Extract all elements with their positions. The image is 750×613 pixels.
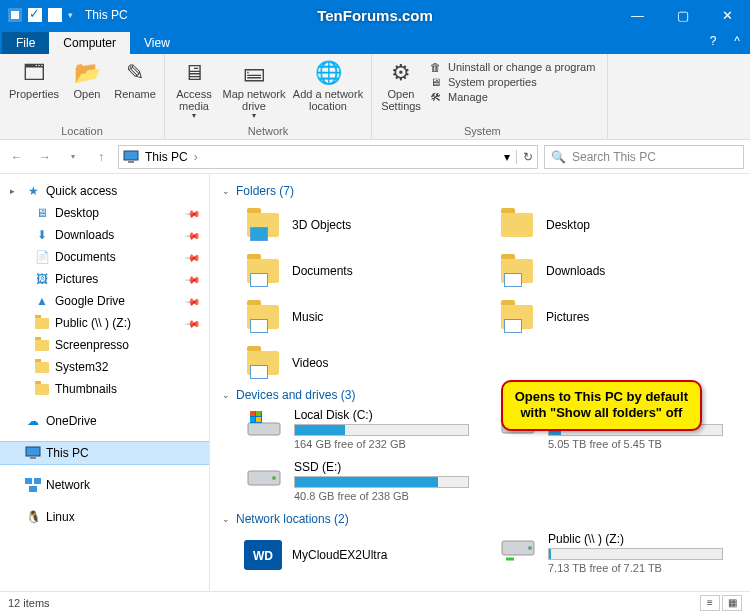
tree-item[interactable]: 🖼Pictures📌 bbox=[0, 268, 209, 290]
netloc-header[interactable]: ⌄Network locations (2) bbox=[222, 512, 742, 526]
help-button[interactable]: ^ bbox=[724, 30, 750, 52]
folder-item[interactable]: Documents bbox=[244, 250, 488, 292]
breadcrumb[interactable]: This PC bbox=[145, 150, 188, 164]
drive-item[interactable]: SSD (E:) 40.8 GB free of 238 GB bbox=[244, 460, 488, 508]
tree-item[interactable]: 📄Documents📌 bbox=[0, 246, 209, 268]
system-properties-button[interactable]: 🖥System properties bbox=[428, 75, 595, 89]
qat-checkbox[interactable]: ✓ bbox=[28, 8, 42, 22]
folder-icon bbox=[244, 299, 282, 335]
this-pc-node[interactable]: This PC bbox=[0, 442, 209, 464]
access-media-button[interactable]: 🖥Access media▾ bbox=[171, 58, 217, 123]
drive-free: 40.8 GB free of 238 GB bbox=[294, 490, 488, 502]
folder-item[interactable]: 3D Objects bbox=[244, 204, 488, 246]
view-tab[interactable]: View bbox=[130, 32, 184, 54]
folder-item[interactable]: Desktop bbox=[498, 204, 742, 246]
tree-item-label: Thumbnails bbox=[55, 382, 117, 396]
folder-icon bbox=[34, 337, 50, 353]
up-button[interactable]: ↑ bbox=[90, 146, 112, 168]
usage-bar bbox=[294, 424, 469, 436]
maximize-button[interactable]: ▢ bbox=[660, 0, 705, 30]
usage-bar bbox=[294, 476, 469, 488]
network-node[interactable]: Network bbox=[0, 474, 209, 496]
icons-view-button[interactable]: ▦ bbox=[722, 595, 742, 611]
folders-header[interactable]: ⌄Folders (7) bbox=[222, 184, 742, 198]
settings-icon: ⚙ bbox=[386, 60, 416, 86]
folder-icon: 📄 bbox=[34, 249, 50, 265]
forward-button[interactable]: → bbox=[34, 146, 56, 168]
open-button[interactable]: 📂Open bbox=[64, 58, 110, 102]
address-bar[interactable]: This PC › ▾ ↻ bbox=[118, 145, 538, 169]
folder-icon bbox=[244, 253, 282, 289]
group-label: Network bbox=[171, 123, 365, 137]
media-icon: 🖥 bbox=[179, 60, 209, 86]
network-drive-item[interactable]: Public (\\ ) (Z:) 7.13 TB free of 7.21 T… bbox=[498, 532, 742, 580]
search-placeholder: Search This PC bbox=[572, 150, 656, 164]
qat-icon[interactable] bbox=[8, 8, 22, 22]
folder-name: Desktop bbox=[546, 218, 590, 232]
file-tab[interactable]: File bbox=[2, 32, 49, 54]
group-system: ⚙Open Settings 🗑Uninstall or change a pr… bbox=[372, 54, 608, 139]
item-count: 12 items bbox=[8, 597, 50, 609]
linux-node[interactable]: 🐧Linux bbox=[0, 506, 209, 528]
tree-item[interactable]: ⬇Downloads📌 bbox=[0, 224, 209, 246]
open-settings-button[interactable]: ⚙Open Settings bbox=[378, 58, 424, 114]
svg-rect-4 bbox=[26, 447, 40, 456]
group-label: Location bbox=[6, 123, 158, 137]
svg-rect-11 bbox=[250, 411, 255, 416]
tree-item-label: Screenpresso bbox=[55, 338, 129, 352]
manage-button[interactable]: 🛠Manage bbox=[428, 90, 595, 104]
help-icon[interactable]: ? bbox=[700, 30, 726, 52]
svg-rect-12 bbox=[256, 411, 261, 416]
titlebar: ✓ ▾ This PC TenForums.com — ▢ ✕ bbox=[0, 0, 750, 30]
tree-item[interactable]: System32 bbox=[0, 356, 209, 378]
folder-item[interactable]: Videos bbox=[244, 342, 488, 384]
addr-dropdown-icon[interactable]: ▾ bbox=[504, 150, 510, 164]
tree-item[interactable]: Public (\\ ) (Z:)📌 bbox=[0, 312, 209, 334]
tree-item-label: Pictures bbox=[55, 272, 98, 286]
tree-item[interactable]: ▲Google Drive📌 bbox=[0, 290, 209, 312]
details-view-button[interactable]: ≡ bbox=[700, 595, 720, 611]
folder-name: Downloads bbox=[546, 264, 605, 278]
properties-button[interactable]: 🗔Properties bbox=[6, 58, 62, 102]
refresh-button[interactable]: ↻ bbox=[516, 150, 533, 164]
tree-item[interactable]: 🖥Desktop📌 bbox=[0, 202, 209, 224]
tree-item[interactable]: Screenpresso bbox=[0, 334, 209, 356]
open-icon: 📂 bbox=[72, 60, 102, 86]
folder-item[interactable]: Pictures bbox=[498, 296, 742, 338]
drive-item[interactable]: Local Disk (C:) 164 GB free of 232 GB bbox=[244, 408, 488, 456]
pin-icon: 📌 bbox=[185, 205, 201, 221]
computer-tab[interactable]: Computer bbox=[49, 32, 130, 54]
folder-name: 3D Objects bbox=[292, 218, 351, 232]
ribbon: 🗔Properties 📂Open ✎Rename Location 🖥Acce… bbox=[0, 54, 750, 140]
search-box[interactable]: 🔍 Search This PC bbox=[544, 145, 744, 169]
folder-item[interactable]: Downloads bbox=[498, 250, 742, 292]
folder-icon bbox=[244, 345, 282, 381]
drive-icon bbox=[244, 408, 284, 440]
tree-item-label: Downloads bbox=[55, 228, 114, 242]
network-location-item[interactable]: WD MyCloudEX2Ultra bbox=[244, 532, 488, 578]
add-location-button[interactable]: 🌐Add a network location bbox=[291, 58, 365, 123]
tree-item-label: Public (\\ ) (Z:) bbox=[55, 316, 131, 330]
back-button[interactable]: ← bbox=[6, 146, 28, 168]
map-drive-button[interactable]: 🖴Map network drive▾ bbox=[219, 58, 289, 123]
svg-rect-13 bbox=[250, 417, 255, 422]
folder-name: Pictures bbox=[546, 310, 589, 324]
onedrive-node[interactable]: ☁OneDrive bbox=[0, 410, 209, 432]
close-button[interactable]: ✕ bbox=[705, 0, 750, 30]
recent-dropdown[interactable]: ▾ bbox=[62, 146, 84, 168]
folder-item[interactable]: Music bbox=[244, 296, 488, 338]
tree-item[interactable]: Thumbnails bbox=[0, 378, 209, 400]
rename-button[interactable]: ✎Rename bbox=[112, 58, 158, 102]
pin-icon: 📌 bbox=[185, 249, 201, 265]
drive-name: Local Disk (C:) bbox=[294, 408, 488, 422]
folder-icon bbox=[34, 315, 50, 331]
rename-icon: ✎ bbox=[120, 60, 150, 86]
qat-item[interactable] bbox=[48, 8, 62, 22]
uninstall-button[interactable]: 🗑Uninstall or change a program bbox=[428, 60, 595, 74]
crumb-sep[interactable]: › bbox=[194, 150, 198, 164]
qat-dropdown-icon[interactable]: ▾ bbox=[68, 10, 73, 20]
svg-point-18 bbox=[272, 476, 276, 480]
minimize-button[interactable]: — bbox=[615, 0, 660, 30]
quick-access-node[interactable]: ▸★Quick access bbox=[0, 180, 209, 202]
folder-name: Documents bbox=[292, 264, 353, 278]
